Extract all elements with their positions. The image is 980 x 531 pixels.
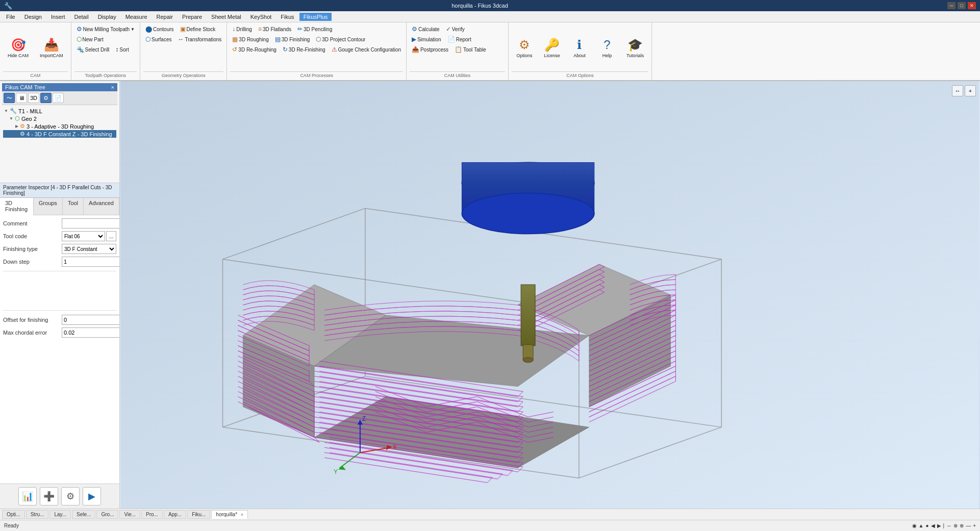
- menu-fikus[interactable]: Fikus: [277, 13, 298, 21]
- tool-code-select[interactable]: Flat 06: [62, 231, 105, 241]
- select-drill-button[interactable]: 🔩 Select Drill: [74, 45, 112, 54]
- new-milling-toolpath-button[interactable]: ⚙ New Milling Toolpath ▼: [74, 24, 137, 34]
- offset-finishing-input[interactable]: [62, 315, 119, 325]
- tab-horquilla[interactable]: horquilla* ×: [211, 510, 248, 519]
- contours-button[interactable]: ⬤ Contours: [143, 24, 176, 34]
- tree-item-geo2[interactable]: ▼ ⬡ Geo 2: [3, 115, 116, 122]
- menu-keyshot[interactable]: KeyShot: [246, 13, 276, 21]
- cam-options-section-title: CAM Options: [512, 71, 648, 78]
- status-icon-2[interactable]: ▲: [919, 523, 924, 528]
- 3d-finishing-icon: ▤: [275, 36, 281, 43]
- verify-button[interactable]: ✓ Verify: [444, 24, 467, 34]
- menu-sheet-metal[interactable]: Sheet Metal: [207, 13, 245, 21]
- maximize-button[interactable]: □: [958, 2, 966, 9]
- new-part-button[interactable]: ⬡ New Part: [74, 35, 137, 44]
- down-step-input[interactable]: [62, 257, 119, 267]
- 3d-roughing-button[interactable]: ▦ 3D Roughing: [230, 35, 270, 44]
- define-stock-button[interactable]: ▣ Define Stock: [178, 24, 218, 34]
- tab-lay[interactable]: Lay...: [49, 510, 71, 519]
- report-button[interactable]: 📄 Report: [445, 35, 473, 44]
- 3d-project-contour-button[interactable]: ⬡ 3D Project Contour: [314, 35, 367, 44]
- options-button[interactable]: ⚙ Options: [512, 35, 537, 61]
- tab-stru[interactable]: Stru...: [26, 510, 49, 519]
- calculate-button[interactable]: ⚙ Calculate: [410, 24, 442, 34]
- transformations-button[interactable]: ↔ Transformations: [175, 35, 223, 44]
- tab-sele[interactable]: Sele...: [72, 510, 95, 519]
- 3d-finishing-button[interactable]: ▤ 3D Finishing: [273, 35, 312, 44]
- sort-button[interactable]: ↕ Sort: [113, 45, 131, 54]
- status-icon-10[interactable]: +: [973, 523, 976, 528]
- tab-3d-finishing[interactable]: 3D Finishing: [0, 198, 34, 215]
- tab-horquilla-close[interactable]: ×: [241, 512, 243, 517]
- help-button[interactable]: ? Help: [594, 35, 620, 61]
- menu-display[interactable]: Display: [94, 13, 120, 21]
- menu-design[interactable]: Design: [20, 13, 46, 21]
- max-chordal-error-input[interactable]: [62, 327, 119, 338]
- menu-repair[interactable]: Repair: [153, 13, 177, 21]
- license-button[interactable]: 🔑 License: [539, 35, 565, 61]
- tree-toolbar-screen-btn[interactable]: 🖥: [16, 93, 27, 103]
- ribbon-cam-options-section: ⚙ Options 🔑 License ℹ About ? Help 🎓 Tut…: [509, 22, 652, 80]
- 3d-flatlands-button[interactable]: ≡ 3D Flatlands: [256, 24, 293, 34]
- 3d-refinishing-button[interactable]: ↻ 3D Re-Finishing: [281, 45, 328, 54]
- tree-item-constant-z[interactable]: ▶ ⚙ 4 - 3D F Constant Z - 3D Finishing: [3, 130, 116, 138]
- param-inspector: Parameter Inspector [4 - 3D F Parallel C…: [0, 183, 119, 509]
- menu-measure[interactable]: Measure: [121, 13, 152, 21]
- tab-opti[interactable]: Opti...: [2, 510, 25, 519]
- finishing-type-select[interactable]: 3D F Constant: [62, 244, 116, 254]
- simulation-button[interactable]: ▶ Simulation: [410, 35, 443, 44]
- tutorials-button[interactable]: 🎓 Tutorials: [622, 35, 648, 61]
- viewport-icon-2[interactable]: +: [965, 85, 976, 96]
- tree-toolbar-curve-btn[interactable]: 〜: [4, 93, 15, 103]
- menu-fikusplus[interactable]: FikusPlus: [299, 13, 332, 21]
- tree-item-t1-mill[interactable]: ▼ 🔧 T1 - MILL: [3, 107, 116, 115]
- menu-detail[interactable]: Detail: [70, 13, 93, 21]
- menu-insert[interactable]: Insert: [47, 13, 69, 21]
- close-button[interactable]: ✕: [968, 2, 976, 9]
- viewport[interactable]: Z X Y ↔ +: [120, 81, 980, 509]
- new-milling-dropdown-icon[interactable]: ▼: [131, 27, 135, 32]
- status-icon-5[interactable]: ▶: [937, 523, 941, 528]
- tab-pro[interactable]: Pro...: [141, 510, 163, 519]
- tool-table-button[interactable]: 📋 Tool Table: [453, 45, 488, 54]
- cam-tree-close[interactable]: ×: [111, 84, 114, 90]
- 3d-reroughing-button[interactable]: ↺ 3D Re-Roughing: [230, 45, 279, 54]
- tab-tool[interactable]: Tool: [63, 198, 84, 215]
- hide-cam-button[interactable]: 🎯 Hide CAM: [3, 35, 33, 61]
- calculate-action-button[interactable]: 📊: [18, 487, 37, 505]
- tab-app[interactable]: App...: [164, 510, 186, 519]
- tab-gro[interactable]: Gro...: [96, 510, 118, 519]
- tab-advanced[interactable]: Advanced: [84, 198, 119, 215]
- minimize-button[interactable]: ─: [947, 2, 956, 9]
- tree-toolbar-3d-btn[interactable]: 3D: [28, 93, 39, 103]
- tool-code-browse-button[interactable]: ...: [106, 231, 116, 241]
- status-icon-9[interactable]: —: [966, 523, 971, 528]
- tab-vie[interactable]: Vie...: [119, 510, 140, 519]
- simulate-action-button[interactable]: ▶: [83, 487, 101, 505]
- add-operation-button[interactable]: ➕: [40, 487, 58, 505]
- gouge-check-button[interactable]: ⚠ Gouge Check Configuration: [330, 45, 403, 54]
- about-button[interactable]: ℹ About: [567, 35, 592, 61]
- status-icon-1[interactable]: ◉: [912, 523, 917, 528]
- menu-prepare[interactable]: Prepare: [178, 13, 206, 21]
- tree-toolbar-doc-btn[interactable]: 📄: [53, 93, 64, 103]
- menu-file[interactable]: File: [2, 13, 19, 21]
- drilling-button[interactable]: ↓ Drilling: [230, 24, 254, 34]
- status-icon-4[interactable]: ◀: [931, 523, 935, 528]
- tab-groups[interactable]: Groups: [34, 198, 63, 215]
- viewport-icon-1[interactable]: ↔: [952, 85, 963, 96]
- surfaces-button[interactable]: ⬡ Surfaces: [143, 35, 173, 44]
- status-icon-7[interactable]: ⊕: [953, 523, 958, 528]
- postprocess-button[interactable]: 📤 Postprocess: [410, 45, 450, 54]
- comment-input[interactable]: [62, 218, 119, 229]
- status-icon-3[interactable]: ●: [926, 523, 929, 528]
- import-cam-button[interactable]: 📥 ImportCAM: [35, 35, 68, 61]
- 3d-penciling-button[interactable]: ✏ 3D Penciling: [295, 24, 334, 34]
- status-icon-8[interactable]: ⊕: [960, 523, 964, 528]
- settings-action-button[interactable]: ⚙: [61, 487, 80, 505]
- 3d-scene[interactable]: Z X Y ↔ +: [120, 81, 980, 509]
- tree-item-adaptive[interactable]: ▶ ⚙ 3 - Adaptive - 3D Roughing: [3, 122, 116, 130]
- status-icon-6[interactable]: ↔: [946, 523, 951, 528]
- tab-fiku[interactable]: Fiku...: [187, 510, 210, 519]
- tree-toolbar-cam-btn[interactable]: ⚙: [40, 93, 52, 103]
